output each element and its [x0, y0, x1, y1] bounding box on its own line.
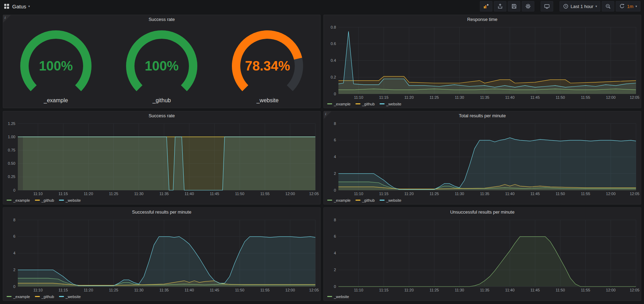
success-rate-chart[interactable]: 00.250.500.751.001.2511:1011:1511:2011:2… [3, 120, 320, 197]
gauge-value: 100% [39, 59, 73, 73]
x-tick-label: 12:05 [630, 288, 639, 292]
legend-color-dash [59, 200, 64, 201]
gauge-row: 100%_example100%_github78.34%_website [3, 24, 320, 108]
gauge-_website: 78.34%_website [220, 27, 315, 105]
y-tick-label: 0.2 [331, 75, 336, 79]
gauge-value: 78.34% [245, 59, 290, 73]
panel-title[interactable]: Success rate [3, 111, 320, 120]
unsuccessful-results-chart[interactable]: 0246811:1011:1511:2011:2511:3011:3511:40… [324, 216, 641, 294]
navbar: Gatus ▾ [0, 0, 644, 13]
panel-successful-results: Successful results per minute 0246811:10… [3, 207, 321, 301]
x-tick-label: 11:45 [530, 95, 540, 99]
x-tick-label: 11:50 [235, 288, 244, 292]
y-tick-label: 0.8 [331, 25, 336, 29]
series-area-_website [338, 138, 636, 190]
x-tick-label: 11:10 [33, 288, 43, 292]
x-tick-label: 11:35 [480, 192, 489, 196]
panel-success-rate-gauges: i Success rate 100%_example100%_github78… [3, 15, 321, 108]
x-tick-label: 11:40 [505, 95, 515, 99]
panel-title[interactable]: Unsuccessful results per minute [324, 208, 641, 216]
x-tick-label: 11:25 [430, 192, 439, 196]
series-area-_website [18, 137, 315, 190]
x-tick-label: 11:55 [581, 95, 590, 99]
panel-info-icon[interactable]: i [324, 111, 331, 119]
panel-title[interactable]: Successful results per minute [3, 208, 320, 216]
total-results-chart[interactable]: 0246811:1011:1511:2011:2511:3011:3511:40… [324, 120, 641, 197]
y-tick-label: 0.25 [8, 175, 15, 179]
x-tick-label: 12:05 [630, 95, 639, 99]
x-tick-label: 11:50 [556, 288, 565, 292]
x-tick-label: 11:15 [59, 288, 68, 292]
panel-title[interactable]: Success rate [3, 15, 320, 24]
chevron-down-icon: ▾ [595, 5, 597, 8]
x-tick-label: 11:30 [134, 288, 144, 292]
gauge-_github: 100%_github [114, 27, 209, 105]
x-tick-label: 11:55 [581, 288, 590, 292]
legend-series-name: _example [334, 102, 351, 106]
x-tick-label: 11:25 [109, 192, 118, 196]
x-tick-label: 11:55 [260, 192, 270, 196]
legend-item-_example[interactable]: _example [7, 295, 30, 299]
chart-legend: _example_github_website [3, 294, 320, 301]
dashboards-grid-icon[interactable] [4, 4, 9, 9]
share-button[interactable] [494, 1, 506, 12]
x-tick-label: 11:45 [530, 288, 540, 292]
y-tick-label: 0 [334, 188, 336, 192]
panel-total-results: i Total results per minute 0246811:1011:… [323, 111, 641, 205]
settings-gear-icon [525, 3, 531, 9]
series-area-_website [338, 237, 636, 287]
y-tick-label: 6 [334, 138, 336, 142]
panel-title[interactable]: Response time [324, 15, 641, 24]
legend-color-dash [35, 200, 40, 201]
legend-item-_website[interactable]: _website [59, 295, 81, 299]
legend-item-_example[interactable]: _example [7, 198, 30, 202]
x-tick-label: 12:00 [606, 95, 616, 99]
x-tick-label: 11:10 [354, 95, 363, 99]
refresh-button[interactable]: 1m ▾ [616, 1, 641, 12]
legend-item-_website[interactable]: _website [380, 198, 401, 202]
successful-results-chart[interactable]: 0246811:1011:1511:2011:2511:3011:3511:40… [3, 216, 320, 294]
legend-series-name: _example [13, 295, 30, 299]
legend-item-_website[interactable]: _website [59, 198, 81, 202]
legend-item-_website[interactable]: _website [380, 102, 401, 106]
legend-item-_example[interactable]: _example [327, 198, 351, 202]
x-tick-label: 11:30 [134, 192, 144, 196]
x-tick-label: 11:30 [455, 192, 464, 196]
dashboard-title[interactable]: Gatus ▾ [12, 3, 30, 9]
panel-unsuccessful-results: Unsuccessful results per minute 0246811:… [323, 207, 641, 301]
time-range-label: Last 1 hour [571, 4, 593, 9]
y-tick-label: 0 [334, 284, 336, 289]
x-tick-label: 11:45 [530, 192, 540, 196]
x-tick-label: 11:40 [185, 192, 194, 196]
y-tick-label: 4 [334, 155, 336, 159]
x-tick-label: 11:40 [185, 288, 194, 292]
legend-item-_github[interactable]: _github [35, 198, 54, 202]
settings-button[interactable] [522, 1, 534, 12]
time-range-button[interactable]: Last 1 hour ▾ [559, 1, 601, 12]
y-tick-label: 1.25 [8, 121, 15, 126]
legend-item-_github[interactable]: _github [356, 102, 375, 106]
x-tick-label: 11:50 [556, 192, 565, 196]
x-tick-label: 11:40 [505, 288, 515, 292]
zoom-out-button[interactable] [602, 1, 614, 12]
y-tick-label: 4 [334, 251, 336, 255]
x-tick-label: 11:20 [84, 288, 93, 292]
legend-item-_github[interactable]: _github [356, 198, 375, 202]
save-button[interactable] [508, 1, 520, 12]
add-panel-button[interactable] [480, 1, 492, 12]
x-tick-label: 11:15 [379, 288, 389, 292]
legend-item-_github[interactable]: _github [35, 295, 54, 299]
x-tick-label: 12:05 [309, 288, 319, 292]
panel-info-icon[interactable]: i [3, 15, 11, 23]
x-tick-label: 11:10 [33, 192, 43, 196]
legend-color-dash [327, 296, 332, 297]
legend-color-dash [327, 200, 332, 201]
panel-title[interactable]: Total results per minute [324, 111, 641, 120]
legend-series-name: _github [42, 295, 54, 299]
legend-item-_website[interactable]: _website [327, 295, 349, 299]
response-time-chart[interactable]: 00.20.40.60.811:1011:1511:2011:2511:3011… [324, 24, 641, 101]
legend-item-_example[interactable]: _example [327, 102, 351, 106]
tv-mode-button[interactable] [541, 1, 553, 12]
x-tick-label: 12:00 [285, 288, 295, 292]
y-tick-label: 1.00 [8, 135, 15, 139]
